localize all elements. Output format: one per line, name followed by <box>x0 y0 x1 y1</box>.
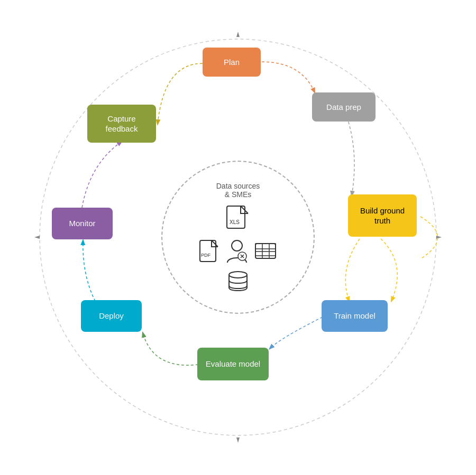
person-icon <box>225 238 249 266</box>
svg-line-9 <box>212 240 218 247</box>
table-icon <box>254 241 277 266</box>
data-prep-node: Data prep <box>312 92 376 122</box>
xls-icon: XLS <box>226 205 250 234</box>
svg-marker-4 <box>34 236 40 239</box>
center-icons: XLS PDF <box>199 205 277 293</box>
capture-feedback-node: Capture feedback <box>87 105 156 143</box>
svg-marker-1 <box>236 32 240 37</box>
svg-point-21 <box>229 272 247 278</box>
diagram-container: Plan Data prep Build ground truth Train … <box>0 0 476 475</box>
svg-rect-16 <box>255 244 276 249</box>
pdf-icon: PDF <box>199 239 220 266</box>
svg-text:PDF: PDF <box>201 253 211 258</box>
center-label: Data sources & SMEs <box>216 182 260 199</box>
deploy-node: Deploy <box>81 300 142 332</box>
svg-text:XLS: XLS <box>230 219 240 225</box>
icon-row: PDF <box>199 238 277 266</box>
train-model-node: Train model <box>322 300 388 332</box>
monitor-node: Monitor <box>52 208 113 239</box>
plan-node: Plan <box>203 48 261 77</box>
svg-marker-3 <box>236 437 240 443</box>
svg-rect-15 <box>255 244 276 258</box>
svg-rect-8 <box>200 240 216 262</box>
build-ground-truth-node: Build ground truth <box>348 194 417 237</box>
svg-marker-2 <box>436 236 442 239</box>
center-circle: Data sources & SMEs XLS <box>161 161 315 314</box>
evaluate-model-node: Evaluate model <box>197 348 269 380</box>
svg-point-11 <box>232 240 242 251</box>
database-icon <box>227 271 249 293</box>
